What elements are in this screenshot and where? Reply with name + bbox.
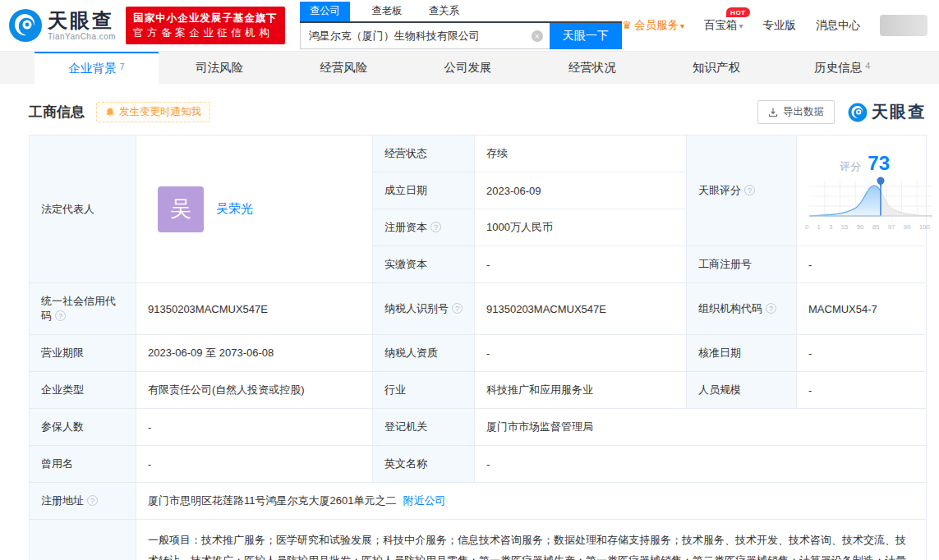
search-area: 查公司 查老板 查关系 × 天眼一下 — [300, 2, 622, 49]
gov-badge: 国家中小企业发展子基金旗下 官方备案企业征信机构 — [126, 7, 285, 44]
reg-no-label: 工商注册号 — [687, 246, 797, 283]
company-tab-bar: 企业背景7 司法风险 经营风险 公司发展 经营状况 知识产权 历史信息4 — [0, 51, 939, 84]
watermark-logo: 天眼查 — [848, 101, 926, 123]
export-data-button[interactable]: 导出数据 — [757, 100, 835, 124]
score-axis: 01 315 5085 9799 100 — [805, 223, 930, 231]
credit-code-label: 统一社会信用代码? — [30, 283, 136, 335]
english-name-value: - — [475, 446, 927, 483]
org-code-label: 组织机构代码? — [687, 283, 797, 335]
status-label: 经营状态 — [373, 135, 475, 172]
tab-operating-risk[interactable]: 经营风险 — [283, 52, 407, 84]
nav-toolbox[interactable]: HOT百宝箱▾ — [704, 18, 743, 33]
header: 天眼查 TianYanCha.com 国家中小企业发展子基金旗下 官方备案企业征… — [0, 0, 939, 51]
search-input[interactable] — [300, 23, 550, 49]
tab-operating-status[interactable]: 经营状况 — [532, 52, 656, 84]
insured-label: 参保人数 — [30, 409, 136, 446]
hot-badge: HOT — [726, 7, 749, 17]
download-icon — [768, 108, 778, 117]
main-content: 工商信息 发生变更时通知我 导出数据 天眼查 — [0, 84, 939, 560]
search-tab-relation[interactable]: 查关系 — [424, 2, 465, 21]
help-icon[interactable]: ? — [744, 185, 755, 195]
established-label: 成立日期 — [373, 172, 475, 209]
industry-label: 行业 — [373, 372, 475, 409]
notify-on-change-button[interactable]: 发生变更时通知我 — [96, 102, 210, 122]
tab-company-development[interactable]: 公司发展 — [407, 52, 532, 84]
credit-code-value: 91350203MACMUX547E — [136, 283, 373, 335]
search-button[interactable]: 天眼一下 — [550, 23, 622, 49]
score-distribution-chart — [805, 175, 937, 221]
score-value: 73 — [868, 152, 890, 175]
score-chart-cell: 评分 73 — [797, 135, 927, 246]
scope-cell: 一般项目：技术推广服务；医学研究和试验发展；科技中介服务；信息技术咨询服务；数据… — [136, 520, 927, 560]
established-value: 2023-06-09 — [475, 172, 687, 209]
tab-intellectual-property[interactable]: 知识产权 — [656, 52, 780, 84]
legal-rep-name-link[interactable]: 吴荣光 — [216, 201, 253, 217]
insured-value: - — [136, 409, 373, 446]
nav-message-center[interactable]: 消息中心 — [816, 18, 860, 33]
tianyancha-logo-icon — [8, 8, 43, 43]
legal-rep-avatar: 吴 — [158, 186, 204, 232]
reg-no-value: - — [797, 246, 927, 283]
status-value: 存续 — [475, 135, 687, 172]
former-name-label: 曾用名 — [30, 446, 136, 483]
crown-icon: ♛ — [622, 19, 632, 31]
company-type-value: 有限责任公司(自然人投资或控股) — [136, 372, 373, 409]
caret-down-icon: ▾ — [680, 21, 684, 30]
score-label-cell: 天眼评分? — [687, 135, 797, 246]
legal-rep-cell: 吴 吴荣光 — [148, 186, 361, 232]
reg-capital-value: 1000万人民币 — [475, 209, 687, 246]
english-name-label: 英文名称 — [373, 446, 475, 483]
reg-capital-label: 注册资本? — [373, 209, 475, 246]
approval-date-value: - — [797, 335, 927, 372]
staff-size-value: - — [797, 372, 927, 409]
paid-capital-value: - — [475, 246, 687, 283]
address-label: 注册地址? — [30, 483, 136, 520]
reg-authority-label: 登记机关 — [373, 409, 475, 446]
paid-capital-label: 实缴资本 — [373, 246, 475, 283]
tab-judicial-risk[interactable]: 司法风险 — [159, 52, 283, 84]
nearby-companies-link[interactable]: 附近公司 — [403, 494, 445, 507]
help-icon[interactable]: ? — [452, 303, 463, 314]
clear-search-icon[interactable]: × — [532, 30, 543, 42]
brand-domain: TianYanCha.com — [48, 33, 116, 41]
search-tab-boss[interactable]: 查老板 — [366, 2, 407, 21]
taxpayer-qual-label: 纳税人资质 — [373, 335, 475, 372]
scope-label: 经营范围? — [30, 520, 136, 560]
legal-rep-label: 法定代表人 — [30, 135, 136, 283]
org-code-value: MACMUX54-7 — [797, 283, 927, 335]
gov-badge-line1: 国家中小企业发展子基金旗下 — [133, 11, 278, 25]
gov-badge-line2: 官方备案企业征信机构 — [133, 25, 278, 40]
approval-date-label: 核准日期 — [687, 335, 797, 372]
search-tabs: 查公司 查老板 查关系 — [300, 2, 622, 23]
business-info-table: 法定代表人 吴 吴荣光 经营状态 存续 天眼评分? 评分 73 — [29, 135, 927, 560]
search-tab-company[interactable]: 查公司 — [300, 2, 351, 21]
tab-business-background[interactable]: 企业背景7 — [35, 52, 159, 84]
staff-size-label: 人员规模 — [687, 372, 797, 409]
score-caption: 评分 — [840, 159, 861, 174]
help-icon[interactable]: ? — [87, 495, 98, 506]
reg-authority-value: 厦门市市场监督管理局 — [475, 409, 927, 446]
tianyancha-logo-icon — [848, 103, 868, 122]
help-icon[interactable]: ? — [766, 303, 776, 314]
address-cell: 厦门市思明区花莲路11号鸿星尔克大厦2601单元之二附近公司 — [136, 483, 927, 520]
nav-member-services[interactable]: ♛会员服务▾ — [622, 18, 684, 33]
bell-icon — [105, 108, 115, 117]
company-type-label: 企业类型 — [30, 372, 136, 409]
user-avatar[interactable] — [880, 15, 927, 36]
caret-down-icon: ▾ — [739, 21, 743, 30]
tab-history-info[interactable]: 历史信息4 — [780, 52, 904, 84]
help-icon[interactable]: ? — [430, 222, 441, 232]
term-value: 2023-06-09 至 2073-06-08 — [136, 335, 373, 372]
term-label: 营业期限 — [30, 335, 136, 372]
taxpayer-qual-value: - — [475, 335, 687, 372]
taxpayer-id-label: 纳税人识别号? — [373, 283, 475, 335]
section-title: 工商信息 — [29, 103, 85, 122]
top-nav: ♛会员服务▾ HOT百宝箱▾ 专业版 消息中心 — [622, 15, 927, 36]
nav-pro-version[interactable]: 专业版 — [763, 18, 797, 33]
former-name-value: - — [136, 446, 373, 483]
taxpayer-id-value: 91350203MACMUX547E — [475, 283, 687, 335]
help-icon[interactable]: ? — [55, 310, 66, 321]
industry-value: 科技推广和应用服务业 — [475, 372, 687, 409]
brand-logo[interactable]: 天眼查 TianYanCha.com — [8, 8, 116, 43]
brand-name: 天眼查 — [48, 11, 116, 30]
